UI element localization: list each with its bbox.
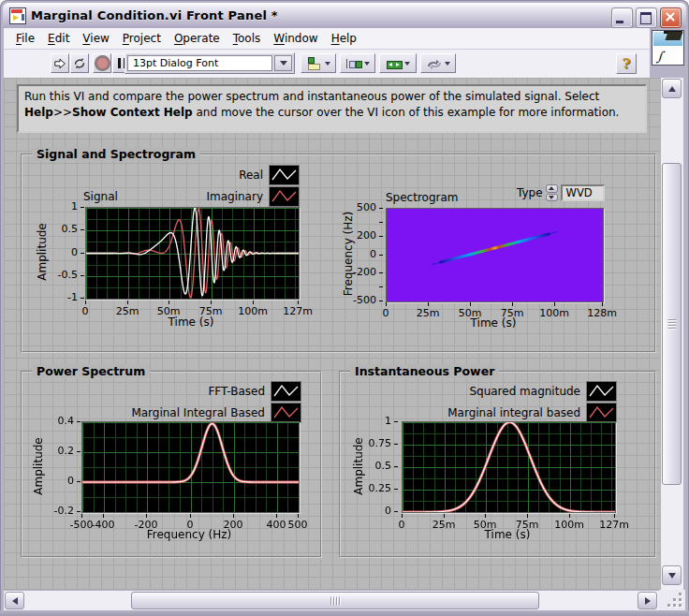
tick-label: 127m [283, 305, 313, 317]
legend-swatch [586, 403, 617, 423]
spectrogram-graph-title: Spectrogram [386, 191, 459, 204]
signal-y-axis-label: Amplitude [36, 223, 49, 281]
legend-swatch [271, 381, 301, 402]
tick-label: -400 [92, 519, 115, 531]
reorder-objects-button[interactable] [420, 53, 456, 73]
abort-button[interactable] [93, 53, 111, 73]
power-spectrum-plot[interactable] [81, 421, 300, 513]
menu-item-edit[interactable]: Edit [41, 30, 76, 47]
instruction-text: Run this VI and compare the power spectr… [17, 84, 647, 133]
vertical-scrollbar[interactable] [660, 78, 683, 590]
tick-mark [527, 514, 528, 518]
scroll-down-button[interactable] [662, 565, 682, 585]
instantaneous-power-plot[interactable] [402, 421, 616, 513]
type-spinner[interactable] [546, 184, 558, 201]
menu-item-window[interactable]: Window [267, 30, 324, 47]
tick-label: 0 [385, 505, 391, 517]
spectrogram-plot[interactable] [386, 208, 604, 302]
group-title: Signal and Spectrogram [32, 147, 200, 161]
tick-mark [77, 511, 81, 512]
align-objects-button[interactable] [301, 53, 336, 73]
chevron-down-icon [364, 62, 370, 66]
spinner-up-button[interactable] [546, 184, 558, 193]
font-selector-value: 13pt Dialog Font [127, 55, 272, 71]
tick-mark [394, 466, 398, 467]
scroll-right-button[interactable] [638, 592, 657, 609]
tick-label: 0.2 [58, 445, 75, 457]
scroll-up-button[interactable] [662, 79, 682, 98]
resize-grip[interactable] [659, 590, 685, 610]
toolbar: 13pt Dialog Font [4, 50, 650, 79]
tick-mark [394, 421, 398, 422]
type-value[interactable]: WVD [561, 184, 605, 201]
tick-mark [602, 302, 603, 306]
legend-item[interactable]: Marginal integral based [420, 403, 617, 422]
font-dropdown-button[interactable] [274, 55, 292, 71]
legend-item[interactable]: FFT-Based [102, 382, 301, 401]
signal-plot[interactable] [85, 207, 300, 300]
run-button[interactable] [51, 53, 69, 73]
tick-mark [554, 302, 555, 306]
tick-label: 500 [288, 519, 308, 531]
tick-label: -0.2 [54, 505, 74, 517]
tick-label: -1 [67, 291, 78, 303]
arrow-right-icon [645, 597, 651, 605]
run-continuously-button[interactable] [70, 53, 89, 73]
tick-mark [379, 255, 383, 256]
tick-label: -0.5 [58, 269, 78, 281]
signal-y-ticks: 10.50-0.5-1 [50, 207, 84, 298]
instantaneous-power-x-ticks: 025m50m75m100m127m [402, 514, 614, 529]
horizontal-scroll-thumb[interactable] [131, 592, 539, 609]
graduation-cap-icon [666, 32, 683, 40]
maximize-button[interactable] [636, 7, 657, 28]
tick-mark [569, 514, 570, 518]
minimize-button[interactable] [611, 7, 633, 28]
tick-label: 0.75 [369, 437, 392, 449]
spinner-down-button[interactable] [546, 194, 558, 202]
integral-glyph: ∫ [656, 49, 663, 64]
legend-item[interactable]: Real [135, 166, 300, 184]
menu-item-project[interactable]: Project [116, 30, 168, 47]
power-spectrum-x-ticks: -500-400-2000200400500 [81, 514, 298, 529]
run-continuously-icon [73, 57, 86, 70]
tick-label: 0 [82, 305, 89, 317]
close-button[interactable] [660, 7, 682, 28]
labview-vi-icon [9, 7, 26, 24]
vi-icon[interactable]: ∫ [652, 30, 684, 66]
vertical-scroll-thumb[interactable] [662, 163, 682, 485]
spectrogram-y-ticks: 5002000-200-500 [357, 208, 383, 301]
tick-mark [146, 514, 147, 518]
tick-label: 100m [539, 307, 569, 319]
menu-item-file[interactable]: File [9, 30, 41, 47]
legend-label: Real [239, 169, 263, 182]
tick-label: 1 [385, 415, 391, 427]
font-selector[interactable]: 13pt Dialog Font [125, 52, 295, 74]
chevron-down-icon [404, 62, 410, 66]
menu-item-tools[interactable]: Tools [227, 30, 268, 47]
tick-label: 25m [116, 305, 139, 317]
run-icon [53, 57, 66, 70]
tick-mark [85, 301, 86, 304]
distribute-objects-button[interactable] [340, 53, 375, 73]
legend-item[interactable]: Marginal Integral Based [102, 403, 301, 422]
chevron-down-icon [445, 62, 450, 66]
horizontal-scrollbar[interactable] [4, 590, 659, 611]
legend-item[interactable]: Imaginary [135, 187, 300, 206]
menu-item-operate[interactable]: Operate [168, 30, 227, 47]
window-title: Marginal Condition.vi Front Panel * [31, 8, 278, 22]
scroll-left-button[interactable] [5, 592, 24, 609]
legend-label: FFT-Based [208, 385, 265, 398]
menu-item-view[interactable]: View [76, 30, 115, 47]
resize-objects-button[interactable] [379, 53, 417, 73]
tick-mark [402, 514, 403, 518]
tick-label: 128m [587, 307, 617, 319]
menu-item-help[interactable]: Help [325, 30, 363, 47]
spinner-down-icon [549, 196, 554, 199]
context-help-button[interactable]: ? [616, 53, 637, 74]
signal-graph-title: Signal [83, 190, 118, 203]
legend-item[interactable]: Squared magnitude [420, 382, 617, 401]
tick-mark [81, 298, 84, 299]
tick-mark [233, 514, 234, 518]
chevron-down-icon [280, 61, 287, 66]
title-bar[interactable]: Marginal Condition.vi Front Panel * [3, 3, 686, 28]
